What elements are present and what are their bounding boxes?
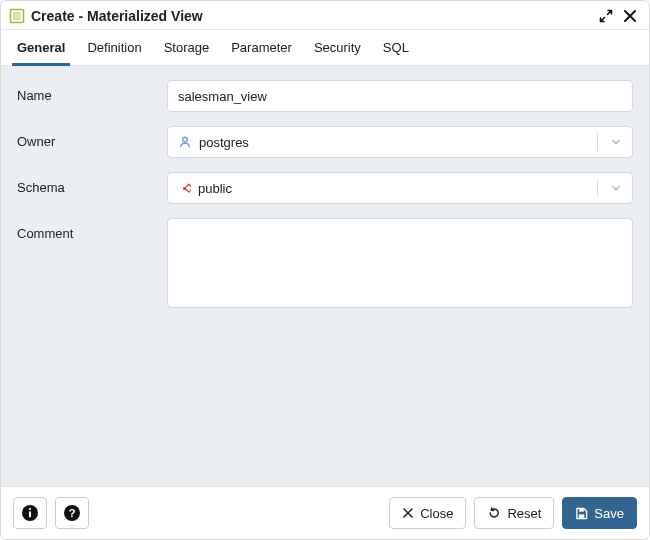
- row-schema: Schema public: [17, 172, 633, 204]
- reset-label: Reset: [507, 506, 541, 521]
- schema-icon: [178, 182, 191, 195]
- user-icon: [178, 135, 192, 149]
- svg-point-2: [183, 137, 188, 142]
- row-owner: Owner postgres: [17, 126, 633, 158]
- dialog-header: Create - Materialized View: [1, 1, 649, 30]
- close-icon[interactable]: [621, 7, 639, 25]
- close-label: Close: [420, 506, 453, 521]
- label-name: Name: [17, 80, 167, 103]
- general-form: Name Owner: [1, 66, 649, 339]
- info-button[interactable]: [13, 497, 47, 529]
- expand-icon[interactable]: [597, 7, 615, 25]
- help-icon: ?: [63, 504, 81, 522]
- tab-definition[interactable]: Definition: [85, 30, 143, 65]
- tab-sql[interactable]: SQL: [381, 30, 411, 65]
- help-button[interactable]: ?: [55, 497, 89, 529]
- svg-rect-4: [183, 187, 186, 190]
- owner-value: postgres: [199, 135, 249, 150]
- materialized-view-icon: [9, 8, 25, 24]
- info-icon: [21, 504, 39, 522]
- create-materialized-view-dialog: Create - Materialized View General Defin…: [0, 0, 650, 540]
- row-name: Name: [17, 80, 633, 112]
- label-comment: Comment: [17, 218, 167, 241]
- svg-rect-6: [29, 511, 31, 517]
- svg-point-7: [29, 508, 31, 510]
- dialog-title: Create - Materialized View: [31, 8, 203, 24]
- schema-select[interactable]: public: [167, 172, 633, 204]
- reset-icon: [487, 506, 501, 520]
- reset-button[interactable]: Reset: [474, 497, 554, 529]
- svg-rect-11: [580, 508, 585, 511]
- close-x-icon: [402, 507, 414, 519]
- chevron-down-icon: [604, 136, 628, 148]
- tab-parameter[interactable]: Parameter: [229, 30, 294, 65]
- dialog-footer: ? Close Reset: [1, 486, 649, 539]
- svg-rect-10: [579, 514, 585, 518]
- name-input[interactable]: [167, 80, 633, 112]
- chevron-down-icon: [604, 182, 628, 194]
- save-label: Save: [594, 506, 624, 521]
- svg-rect-1: [13, 12, 21, 20]
- schema-value: public: [198, 181, 232, 196]
- dialog-body: Name Owner: [1, 66, 649, 486]
- tab-security[interactable]: Security: [312, 30, 363, 65]
- comment-textarea[interactable]: [167, 218, 633, 308]
- save-icon: [575, 507, 588, 520]
- owner-select[interactable]: postgres: [167, 126, 633, 158]
- label-owner: Owner: [17, 126, 167, 149]
- tab-general[interactable]: General: [15, 30, 67, 65]
- tab-storage[interactable]: Storage: [162, 30, 212, 65]
- row-comment: Comment: [17, 218, 633, 311]
- close-button[interactable]: Close: [389, 497, 466, 529]
- svg-text:?: ?: [69, 507, 76, 519]
- tab-bar: General Definition Storage Parameter Sec…: [1, 30, 649, 66]
- save-button[interactable]: Save: [562, 497, 637, 529]
- label-schema: Schema: [17, 172, 167, 195]
